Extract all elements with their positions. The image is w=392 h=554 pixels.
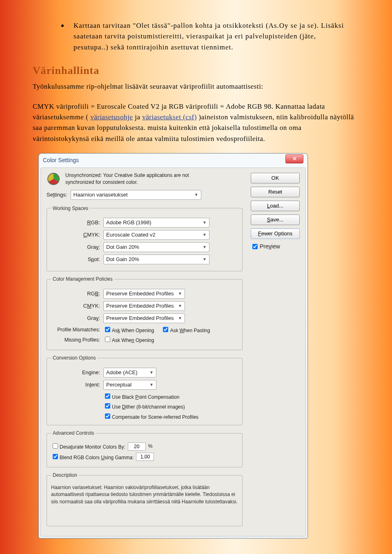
policy-cmyk-value: Preserve Embedded Profiles: [106, 302, 174, 310]
dialog-title: Color Settings: [43, 156, 79, 165]
mismatch-paste-check[interactable]: Ask When Pasting: [161, 326, 210, 335]
spot-combo[interactable]: Dot Gain 20%▼: [103, 255, 209, 264]
preview-check[interactable]: [252, 244, 258, 249]
legend-policies: Color Management Policies: [51, 275, 114, 283]
rgb-value: Adobe RGB (1998): [106, 219, 151, 227]
load-button[interactable]: Load...: [251, 201, 300, 211]
gray-combo[interactable]: Dot Gain 20%▼: [103, 242, 209, 252]
heading-varinhallinta: Värinhallinta: [33, 63, 359, 79]
para2-text-b: ja: [135, 113, 142, 121]
policy-gray-label: Gray:: [51, 314, 100, 322]
paragraph-intro: Työnkulussamme rip-ohjelmat lisäävät seu…: [33, 81, 359, 92]
cmyk-label: CMYK:: [51, 231, 100, 239]
missing-open-check[interactable]: Ask When Opening: [103, 335, 154, 344]
desaturate-check[interactable]: Desaturate Monitor Colors By:: [51, 442, 125, 451]
bpc-check[interactable]: Use Black Point Compensation: [103, 392, 179, 401]
unsync-notice: Unsynchronized: Your Creative Suite appl…: [47, 172, 243, 186]
desaturate-unit: %: [148, 442, 153, 450]
policy-rgb-combo[interactable]: Preserve Embedded Profiles▼: [103, 289, 185, 299]
dialog-titlebar: Color Settings ✕: [39, 154, 307, 166]
missing-open-text: Ask When Opening: [112, 337, 154, 343]
missing-label: Missing Profiles:: [51, 336, 100, 344]
mismatch-paste-text: Ask When Pasting: [170, 328, 210, 333]
legend-description: Description: [51, 471, 79, 479]
desaturate-input[interactable]: [128, 442, 146, 451]
bullet-item: Karttaan tarvitaan "Olet tässä"-pallon k…: [61, 20, 351, 53]
paragraph-profiles: CMYK väriprofiili = Euroscale Coated V2 …: [33, 101, 359, 144]
chevron-down-icon: ▼: [149, 382, 154, 388]
policy-rgb-label: RGB:: [51, 290, 100, 298]
group-advanced: Advanced Controls Desaturate Monitor Col…: [47, 429, 243, 467]
settings-row: Settings: Haarnion variasetukset ▼: [47, 190, 243, 200]
policy-gray-combo[interactable]: Preserve Embedded Profiles▼: [103, 313, 185, 323]
chevron-down-icon: ▼: [149, 369, 154, 376]
link-variasetusohje[interactable]: väriasetusohje: [90, 113, 133, 121]
policy-gray-value: Preserve Embedded Profiles: [106, 314, 174, 322]
legend-conversion: Conversion Options: [51, 354, 97, 362]
group-description: Description Haarnion variasetukset: Haar…: [47, 471, 243, 526]
policy-cmyk-combo[interactable]: Preserve Embedded Profiles▼: [103, 301, 185, 311]
spot-label: Spot:: [51, 255, 100, 264]
group-conversion: Conversion Options Engine: Adobe (ACE)▼ …: [47, 354, 243, 425]
mismatch-open-check[interactable]: Ask When Opening: [103, 326, 154, 335]
side-column: OK Reset Load... Save... Fewer Options P…: [247, 172, 305, 251]
engine-value: Adobe (ACE): [106, 369, 138, 377]
legend-working: Working Spaces: [51, 205, 90, 212]
engine-label: Engine:: [51, 369, 100, 377]
save-button[interactable]: Save...: [251, 214, 300, 225]
rgb-label: RGB:: [51, 219, 100, 227]
chevron-down-icon: ▼: [203, 232, 207, 238]
rgb-combo[interactable]: Adobe RGB (1998)▼: [103, 218, 209, 228]
chevron-down-icon: ▼: [178, 290, 182, 297]
chevron-down-icon: ▼: [203, 244, 207, 250]
gray-value: Dot Gain 20%: [106, 243, 139, 251]
fewer-options-button[interactable]: Fewer Options: [251, 228, 300, 239]
intent-combo[interactable]: Perceptual▼: [103, 380, 156, 390]
blend-check[interactable]: Blend RGB Colors Using Gamma:: [51, 453, 134, 462]
settings-label: Settings:: [47, 191, 67, 199]
ok-button[interactable]: OK: [251, 173, 300, 183]
mismatch-open-text: Ask When Opening: [112, 328, 154, 333]
dither-check[interactable]: Use Dither (8-bit/channel images): [103, 402, 185, 411]
mismatch-label: Profile Mismatches:: [51, 326, 100, 334]
globe-icon: [47, 173, 60, 185]
preview-label: Preview: [260, 242, 280, 251]
bullet-text: Karttaan tarvitaan "Olet tässä"-pallon k…: [74, 20, 351, 53]
intent-value: Perceptual: [106, 381, 131, 389]
group-working-spaces: Working Spaces RGB: Adobe RGB (1998)▼ CM…: [47, 205, 243, 272]
chevron-down-icon: ▼: [178, 315, 182, 322]
close-icon[interactable]: ✕: [285, 154, 303, 163]
main-column: Unsynchronized: Your Creative Suite appl…: [41, 172, 247, 530]
bullet-dot-icon: [61, 25, 64, 27]
blend-input[interactable]: [136, 453, 154, 461]
reset-button[interactable]: Reset: [251, 187, 300, 197]
engine-combo[interactable]: Adobe (ACE)▼: [103, 368, 156, 378]
cmyk-value: Euroscale Coated v2: [106, 231, 156, 239]
cmyk-combo[interactable]: Euroscale Coated v2▼: [103, 230, 209, 240]
intent-label: Intent:: [51, 381, 100, 389]
link-variasetukset-csf[interactable]: väriasetukset (csf): [142, 113, 197, 121]
description-text: Haarnion variasetukset: Haarnion vakiovä…: [51, 484, 238, 505]
settings-value: Haarnion variasetukset: [74, 191, 128, 199]
scene-check[interactable]: Compensate for Scene-referred Profiles: [103, 412, 198, 421]
group-policies: Color Management Policies RGB: Preserve …: [47, 275, 243, 350]
chevron-down-icon: ▼: [203, 256, 207, 263]
legend-advanced: Advanced Controls: [51, 429, 96, 437]
chevron-down-icon: ▼: [178, 303, 182, 309]
chevron-down-icon: ▼: [194, 192, 198, 198]
color-settings-dialog: Color Settings ✕ Unsynchronized: Your Cr…: [38, 153, 308, 538]
chevron-down-icon: ▼: [203, 219, 207, 226]
dialog-body: Unsynchronized: Your Creative Suite appl…: [40, 168, 306, 536]
policy-cmyk-label: CMYK:: [51, 302, 100, 310]
settings-combo[interactable]: Haarnion variasetukset ▼: [71, 190, 201, 200]
unsync-text: Unsynchronized: Your Creative Suite appl…: [65, 172, 204, 186]
spot-value: Dot Gain 20%: [106, 255, 139, 264]
gray-label: Gray:: [51, 243, 100, 251]
policy-rgb-value: Preserve Embedded Profiles: [106, 290, 174, 298]
